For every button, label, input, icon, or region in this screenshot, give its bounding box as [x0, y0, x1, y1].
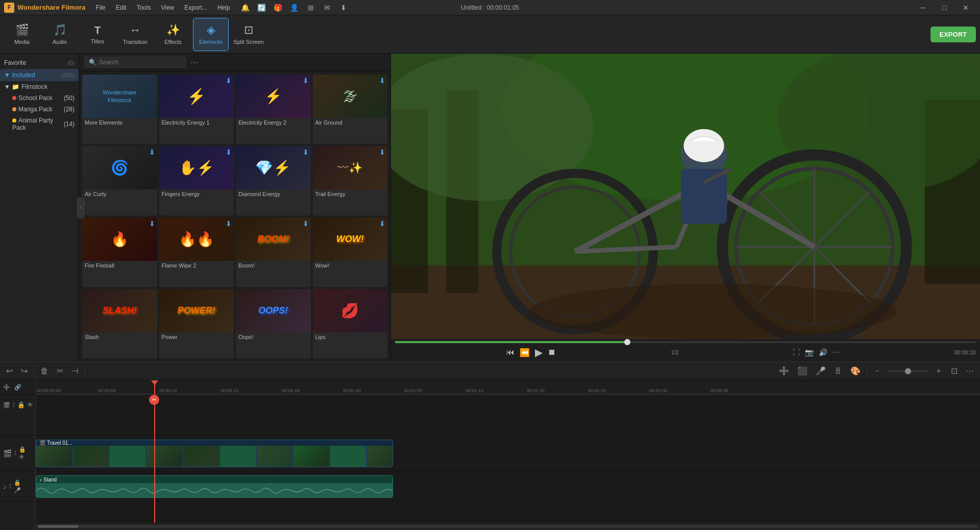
sidebar-filmstock[interactable]: ▼ 📁 Filmstock — [0, 81, 79, 92]
element-airground[interactable]: 🌫 ⬇ Air Ground — [313, 75, 388, 144]
element-label-trail: Trail Energy — [313, 189, 388, 199]
element-wow[interactable]: WOW! ⬇ Wow! — [313, 218, 388, 287]
element-oops[interactable]: OOPS! Oops! — [236, 289, 311, 358]
element-electricity1[interactable]: ⚡ ⬇ Electricity Energy 1 — [159, 75, 234, 144]
diamond-visual: 💎⚡ — [255, 159, 291, 176]
play-button[interactable]: ▶ — [533, 345, 545, 359]
element-boom[interactable]: BOOM! ⬇ Boom! — [236, 218, 311, 287]
gift-icon[interactable]: 🎁 — [271, 1, 285, 15]
color-button[interactable]: 🎨 — [848, 365, 863, 377]
menu-help[interactable]: Help — [213, 3, 234, 12]
layout-icon[interactable]: ⊞ — [304, 1, 318, 15]
element-flame[interactable]: 🔥🔥 ⬇ Flame Wipe 2 — [159, 218, 234, 287]
video-lock-button[interactable]: 🔒 — [19, 446, 26, 453]
timeline-cut-button[interactable]: ✂ — [55, 365, 65, 377]
school-pack-count: (50) — [64, 94, 75, 102]
timeline-toolbar: ↩ ↪ 🗑 ✂ ⊣ ➕ ⬛ 🎤 🎚 🎨 － ＋ ⊡ ⋯ — [0, 362, 980, 380]
stop-button[interactable]: ⏹ — [546, 347, 558, 358]
video-track-controls: 🔒 👁 — [19, 446, 26, 460]
timeline-split-button[interactable]: ⊣ — [69, 365, 81, 377]
track1-lock[interactable]: 🔒 — [17, 401, 25, 408]
search-input[interactable] — [99, 59, 182, 66]
wow-visual: WOW! — [336, 234, 364, 245]
element-label-airground: Air Ground — [313, 118, 388, 127]
refresh-icon[interactable]: 🔄 — [255, 1, 269, 15]
sidebar-animal-pack[interactable]: Animal Party Pack (14) — [0, 115, 79, 133]
fit-timeline-button[interactable]: ⊡ — [949, 365, 960, 377]
toolbar-splitscreen[interactable]: ⊡ Split Screen — [231, 18, 266, 51]
element-electricity2[interactable]: ⚡ ⬇ Electricity Energy 2 — [236, 75, 311, 144]
menu-edit[interactable]: Edit — [112, 3, 131, 12]
grid-view-button[interactable]: ⋯ — [190, 58, 199, 67]
more-options-icon[interactable]: ⋯ — [831, 347, 841, 357]
effects-label: Effects — [164, 39, 181, 45]
search-box[interactable]: 🔍 — [84, 57, 186, 68]
toolbar-media[interactable]: 🎬 Media — [4, 18, 40, 51]
menu-export[interactable]: Export... — [180, 3, 211, 12]
element-aircurly[interactable]: 🌀 ⬇ Air Curly — [82, 146, 157, 215]
menu-tools[interactable]: Tools — [132, 3, 155, 12]
toolbar-effects[interactable]: ✨ Effects — [155, 18, 191, 51]
fullscreen-icon[interactable]: ⛶ — [792, 347, 801, 357]
audio-mic-button[interactable]: 🎤 — [14, 487, 21, 494]
timeline-redo-button[interactable]: ↪ — [19, 365, 30, 377]
mark-in-button[interactable]: ⬛ — [795, 365, 810, 377]
track1-eye[interactable]: 👁 — [27, 401, 33, 408]
record-button[interactable]: 🎤 — [814, 365, 828, 377]
toolbar-separator-2 — [85, 366, 85, 376]
mix-button[interactable]: 🎚 — [832, 366, 844, 377]
video-eye-button[interactable]: 👁 — [19, 454, 26, 460]
sidebar-collapse-button[interactable]: ‹ — [77, 198, 84, 218]
zoom-slider[interactable] — [888, 370, 928, 372]
zoom-in-button[interactable]: ＋ — [933, 365, 945, 377]
user-icon[interactable]: 👤 — [287, 1, 302, 15]
sidebar-item-included[interactable]: ▼ Included (256) — [0, 69, 79, 81]
maximize-button[interactable]: □ — [934, 1, 954, 15]
volume-icon[interactable]: 🔊 — [818, 347, 828, 357]
audio-lock-button[interactable]: 🔒 — [14, 479, 21, 486]
timeline-delete-button[interactable]: 🗑 — [38, 366, 51, 377]
minimize-button[interactable]: ─ — [913, 1, 933, 15]
sidebar-school-pack[interactable]: School Pack (50) — [0, 92, 79, 104]
film-frame-10 — [367, 446, 393, 467]
scrollbar-thumb[interactable] — [38, 525, 79, 528]
add-track-icon[interactable]: ➕ — [3, 384, 10, 391]
export-button[interactable]: EXPORT — [930, 27, 976, 42]
preview-tools: ⛶ 📷 🔊 ⋯ — [792, 347, 841, 357]
element-fireball[interactable]: 🔥 ⬇ Fire Fireball — [82, 218, 157, 287]
add-media-button[interactable]: ➕ — [777, 365, 791, 377]
element-label-power: Power — [159, 332, 234, 342]
timeline-undo-button[interactable]: ↩ — [4, 365, 15, 377]
sidebar-manga-pack[interactable]: Manga Pack (28) — [0, 104, 79, 115]
element-slash[interactable]: SLASH! Slash — [82, 289, 157, 358]
zoom-out-button[interactable]: － — [871, 365, 884, 377]
audio-clip[interactable]: ♪ Stand — [36, 475, 393, 498]
play-back-button[interactable]: ⏪ — [518, 347, 532, 358]
element-diamond[interactable]: 💎⚡ ⬇ Diamond Energy — [236, 146, 311, 215]
timeline-scrollbar[interactable] — [36, 523, 980, 530]
element-more-elements[interactable]: WondershareFilmstock More Elements — [82, 75, 157, 144]
toolbar-transition[interactable]: ↔ Transition — [117, 18, 153, 51]
snapshot-icon[interactable]: 📷 — [804, 347, 815, 357]
toolbar-titles[interactable]: T Titles — [80, 18, 115, 51]
skip-back-button[interactable]: ⏮ — [504, 347, 517, 358]
link-icon[interactable]: 🔗 — [14, 384, 21, 391]
element-lips[interactable]: 💋 Lips — [313, 289, 388, 358]
toolbar-elements[interactable]: ◈ Elements — [193, 18, 229, 51]
element-fingers[interactable]: ✋⚡ ⬇ Fingers Energy — [159, 146, 234, 215]
titles-icon: T — [94, 25, 101, 36]
progress-bar[interactable] — [395, 341, 976, 343]
toolbar-audio[interactable]: 🎵 Audio — [42, 18, 78, 51]
email-icon[interactable]: ✉ — [320, 1, 334, 15]
menu-file[interactable]: File — [91, 3, 109, 12]
timeline-settings-button[interactable]: ⋯ — [964, 365, 976, 377]
element-trail[interactable]: 〰✨ ⬇ Trail Energy — [313, 146, 388, 215]
playhead-arrow — [151, 380, 158, 386]
download-icon[interactable]: ⬇ — [336, 1, 351, 15]
menu-view[interactable]: View — [157, 3, 178, 12]
element-power[interactable]: POWER! Power — [159, 289, 234, 358]
video-clip[interactable]: 🎬 Travel 01... — [36, 440, 393, 467]
close-button[interactable]: ✕ — [955, 1, 976, 15]
sidebar-item-favorite[interactable]: Favorite (0) — [0, 57, 79, 69]
notifications-icon[interactable]: 🔔 — [238, 1, 253, 15]
